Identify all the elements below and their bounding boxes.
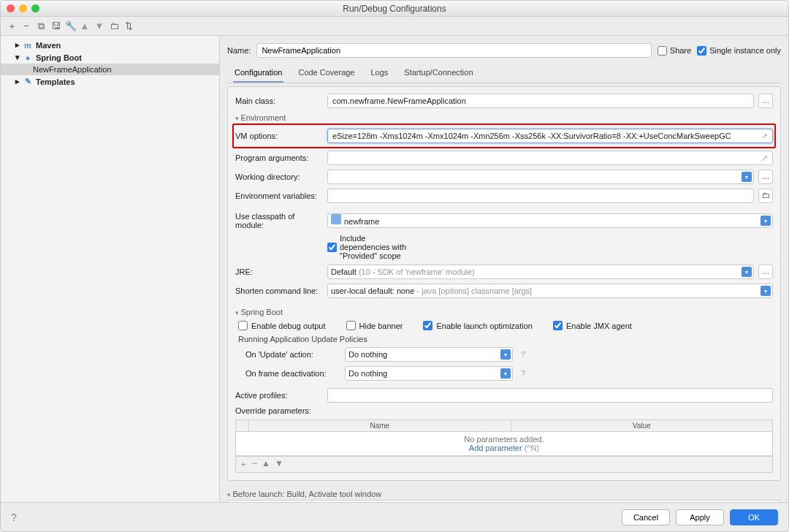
chevron-down-icon[interactable]: ▾ bbox=[500, 349, 511, 360]
col-name: Name bbox=[249, 420, 511, 431]
envvars-label: Environment variables: bbox=[235, 191, 323, 200]
tab-logs[interactable]: Logs bbox=[370, 65, 390, 83]
help-icon[interactable]: ? bbox=[517, 369, 529, 378]
config-toolbar: ＋ − ⧉ 🖫 🔧 ▲ ▼ 🗀 ⇅ bbox=[1, 17, 788, 36]
active-profiles-input[interactable] bbox=[327, 388, 773, 403]
remove-icon[interactable]: − bbox=[21, 20, 31, 31]
minimize-icon[interactable] bbox=[19, 4, 27, 12]
tab-startup-connection[interactable]: Startup/Connection bbox=[403, 65, 474, 83]
col-value: Value bbox=[511, 420, 773, 431]
browse-envvars-button[interactable]: 🗀 bbox=[758, 189, 773, 203]
tree-item-newframeapplication[interactable]: NewFrameApplication bbox=[1, 64, 219, 75]
spring-boot-header[interactable]: Spring Boot bbox=[235, 305, 773, 318]
program-args-input[interactable]: ↗ bbox=[327, 151, 773, 165]
tree-item-spring-boot[interactable]: ▾ ●Spring Boot bbox=[1, 51, 219, 64]
configuration-panel: Main class: com.newframe.NewFrameApplica… bbox=[227, 86, 781, 481]
apply-button[interactable]: Apply bbox=[676, 509, 724, 525]
enable-launch-opt-checkbox[interactable]: Enable launch optimization bbox=[423, 321, 532, 330]
hide-banner-checkbox[interactable]: Hide banner bbox=[346, 321, 403, 330]
run-debug-config-window: Run/Debug Configurations ＋ − ⧉ 🖫 🔧 ▲ ▼ 🗀… bbox=[0, 0, 789, 532]
tree-item-maven[interactable]: ▸ mMaven bbox=[1, 39, 219, 51]
remove-icon[interactable]: − bbox=[252, 458, 257, 471]
down-icon[interactable]: ▼ bbox=[275, 458, 283, 471]
vm-options-highlight: VM options: eSize=128m -Xms1024m -Xmx102… bbox=[232, 123, 776, 148]
on-deactivation-label: On frame deactivation: bbox=[245, 369, 340, 378]
expand-icon[interactable]: ↗ bbox=[761, 153, 768, 163]
chevron-down-icon[interactable]: ▾ bbox=[500, 368, 511, 379]
vm-options-label: VM options: bbox=[235, 132, 323, 140]
environment-header[interactable]: Environment bbox=[235, 110, 773, 123]
expand-icon[interactable]: ↗ bbox=[761, 132, 768, 141]
jre-label: JRE: bbox=[235, 267, 323, 276]
classpath-label: Use classpath of module: bbox=[235, 212, 323, 229]
chevron-down-icon[interactable]: ▾ bbox=[742, 172, 752, 182]
tab-configuration[interactable]: Configuration bbox=[233, 65, 283, 83]
workdir-label: Working directory: bbox=[235, 172, 323, 181]
main-panel: Name: Share Single instance only Configu… bbox=[220, 36, 788, 503]
browse-main-class-button[interactable]: … bbox=[758, 94, 773, 108]
browse-jre-button[interactable]: … bbox=[758, 265, 773, 279]
traffic-lights bbox=[7, 4, 39, 12]
workdir-input[interactable]: ▾ bbox=[327, 170, 754, 184]
tab-code-coverage[interactable]: Code Coverage bbox=[297, 65, 356, 83]
save-icon[interactable]: 🖫 bbox=[50, 20, 61, 31]
up-icon[interactable]: ▲ bbox=[80, 20, 90, 31]
jre-select[interactable]: Default (10 - SDK of 'newframe' module)▾ bbox=[327, 265, 754, 279]
active-profiles-label: Active profiles: bbox=[235, 391, 323, 400]
down-icon[interactable]: ▼ bbox=[94, 20, 104, 31]
close-icon[interactable] bbox=[7, 4, 15, 12]
enable-debug-checkbox[interactable]: Enable debug output bbox=[238, 321, 326, 330]
tree-item-templates[interactable]: ▸ ✎Templates bbox=[1, 75, 219, 88]
classpath-module-select[interactable]: newframe▾ bbox=[327, 213, 773, 228]
vm-options-input[interactable]: eSize=128m -Xms1024m -Xmx1024m -Xmn256m … bbox=[327, 129, 773, 143]
override-params-label: Override parameters: bbox=[235, 405, 773, 417]
no-params-text: No parameters added. bbox=[236, 435, 772, 444]
on-update-select[interactable]: Do nothing▾ bbox=[345, 347, 513, 362]
chevron-down-icon[interactable]: ▾ bbox=[761, 286, 771, 296]
ok-button[interactable]: OK bbox=[730, 509, 778, 525]
up-icon[interactable]: ▲ bbox=[262, 458, 270, 471]
on-deactivation-select[interactable]: Do nothing▾ bbox=[345, 366, 513, 381]
shorten-select[interactable]: user-local default: none - java [options… bbox=[327, 284, 773, 298]
dialog-footer: ? Cancel Apply OK bbox=[1, 502, 788, 531]
folder-icon[interactable]: 🗀 bbox=[109, 20, 119, 31]
help-icon[interactable]: ? bbox=[11, 512, 17, 523]
program-args-label: Program arguments: bbox=[235, 153, 323, 162]
add-icon[interactable]: ＋ bbox=[239, 458, 248, 471]
main-class-field[interactable]: com.newframe.NewFrameApplication bbox=[327, 94, 754, 108]
sort-icon[interactable]: ⇅ bbox=[123, 20, 134, 31]
tabs: Configuration Code Coverage Logs Startup… bbox=[227, 64, 781, 83]
name-input[interactable] bbox=[256, 43, 651, 58]
param-toolbar: ＋ − ▲ ▼ bbox=[235, 456, 773, 473]
help-icon[interactable]: ? bbox=[517, 350, 529, 359]
maximize-icon[interactable] bbox=[31, 4, 39, 12]
name-label: Name: bbox=[227, 46, 251, 55]
cancel-button[interactable]: Cancel bbox=[622, 509, 670, 525]
add-parameter-link[interactable]: Add parameter bbox=[469, 444, 522, 452]
enable-jmx-checkbox[interactable]: Enable JMX agent bbox=[553, 321, 632, 330]
config-tree: ▸ mMaven ▾ ●Spring Boot NewFrameApplicat… bbox=[1, 36, 220, 503]
override-params-table: NameValue No parameters added. Add param… bbox=[235, 419, 773, 456]
shorten-label: Shorten command line: bbox=[235, 286, 323, 295]
on-update-label: On 'Update' action: bbox=[245, 350, 340, 359]
wrench-icon[interactable]: 🔧 bbox=[65, 20, 75, 31]
single-instance-checkbox[interactable]: Single instance only bbox=[697, 46, 781, 56]
window-title: Run/Debug Configurations bbox=[343, 4, 446, 14]
chevron-down-icon[interactable]: ▾ bbox=[742, 267, 752, 277]
share-checkbox[interactable]: Share bbox=[658, 46, 691, 56]
add-icon[interactable]: ＋ bbox=[7, 20, 17, 33]
titlebar: Run/Debug Configurations bbox=[1, 1, 788, 17]
running-policies-label: Running Application Update Policies bbox=[235, 333, 773, 345]
chevron-down-icon[interactable]: ▾ bbox=[761, 216, 771, 226]
envvars-input[interactable] bbox=[327, 189, 754, 203]
copy-icon[interactable]: ⧉ bbox=[36, 20, 46, 32]
browse-workdir-button[interactable]: … bbox=[758, 170, 773, 184]
main-class-label: Main class: bbox=[235, 96, 323, 105]
include-provided-checkbox[interactable]: Include dependencies with "Provided" sco… bbox=[327, 234, 415, 260]
before-launch-header[interactable]: Before launch: Build, Activate tool wind… bbox=[227, 487, 781, 500]
